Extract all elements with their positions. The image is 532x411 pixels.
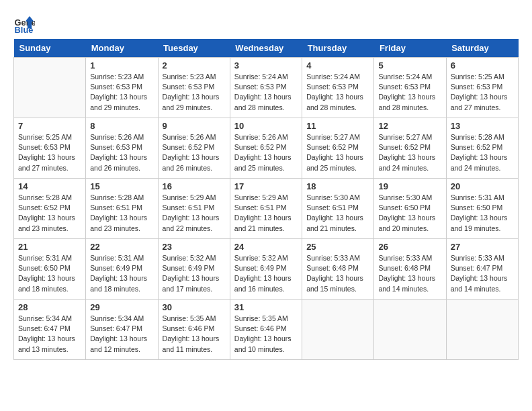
day-info: Sunrise: 5:34 AM Sunset: 6:47 PM Dayligh… xyxy=(18,314,81,355)
day-info: Sunrise: 5:29 AM Sunset: 6:51 PM Dayligh… xyxy=(163,193,226,234)
day-number: 22 xyxy=(90,242,153,252)
day-number: 5 xyxy=(378,60,441,71)
day-cell: 18Sunrise: 5:30 AM Sunset: 6:51 PM Dayli… xyxy=(302,179,374,239)
day-info: Sunrise: 5:31 AM Sunset: 6:50 PM Dayligh… xyxy=(18,253,81,294)
day-cell: 31Sunrise: 5:35 AM Sunset: 6:46 PM Dayli… xyxy=(230,300,302,360)
day-info: Sunrise: 5:29 AM Sunset: 6:51 PM Dayligh… xyxy=(234,193,298,234)
header-cell-saturday: Saturday xyxy=(446,39,518,58)
day-number: 15 xyxy=(90,181,153,191)
day-cell: 10Sunrise: 5:26 AM Sunset: 6:52 PM Dayli… xyxy=(230,118,302,179)
day-cell: 16Sunrise: 5:29 AM Sunset: 6:51 PM Dayli… xyxy=(158,179,230,239)
day-cell: 29Sunrise: 5:34 AM Sunset: 6:47 PM Dayli… xyxy=(86,300,158,360)
day-info: Sunrise: 5:26 AM Sunset: 6:53 PM Dayligh… xyxy=(90,132,153,173)
logo: General Blue xyxy=(13,13,38,35)
day-number: 8 xyxy=(90,121,153,131)
day-cell: 2Sunrise: 5:23 AM Sunset: 6:53 PM Daylig… xyxy=(158,58,230,118)
day-number: 13 xyxy=(451,121,514,131)
day-cell: 1Sunrise: 5:23 AM Sunset: 6:53 PM Daylig… xyxy=(86,58,158,118)
day-number: 17 xyxy=(234,181,298,191)
day-number: 10 xyxy=(234,121,298,131)
day-cell: 19Sunrise: 5:30 AM Sunset: 6:50 PM Dayli… xyxy=(374,179,446,239)
day-number: 29 xyxy=(90,302,153,312)
header-cell-sunday: Sunday xyxy=(14,39,86,58)
calendar-body: 1Sunrise: 5:23 AM Sunset: 6:53 PM Daylig… xyxy=(14,58,519,360)
day-number: 24 xyxy=(234,242,298,252)
day-number: 16 xyxy=(163,181,226,191)
header-cell-tuesday: Tuesday xyxy=(158,39,230,58)
calendar-table: SundayMondayTuesdayWednesdayThursdayFrid… xyxy=(13,39,519,360)
day-cell xyxy=(302,300,374,360)
day-cell: 6Sunrise: 5:25 AM Sunset: 6:53 PM Daylig… xyxy=(446,58,518,118)
header-row: SundayMondayTuesdayWednesdayThursdayFrid… xyxy=(14,39,519,58)
day-info: Sunrise: 5:33 AM Sunset: 6:48 PM Dayligh… xyxy=(306,253,369,294)
day-number: 20 xyxy=(451,181,514,191)
day-number: 2 xyxy=(163,60,226,71)
day-cell: 13Sunrise: 5:28 AM Sunset: 6:52 PM Dayli… xyxy=(446,118,518,179)
day-cell xyxy=(14,58,86,118)
page-header: General Blue xyxy=(13,13,519,35)
week-row-2: 7Sunrise: 5:25 AM Sunset: 6:53 PM Daylig… xyxy=(14,118,519,179)
day-cell: 26Sunrise: 5:33 AM Sunset: 6:48 PM Dayli… xyxy=(374,239,446,300)
day-cell: 20Sunrise: 5:31 AM Sunset: 6:50 PM Dayli… xyxy=(446,179,518,239)
day-number: 30 xyxy=(163,302,226,312)
day-number: 1 xyxy=(90,60,153,71)
day-cell: 24Sunrise: 5:32 AM Sunset: 6:49 PM Dayli… xyxy=(230,239,302,300)
day-number: 26 xyxy=(378,242,441,252)
day-info: Sunrise: 5:27 AM Sunset: 6:52 PM Dayligh… xyxy=(378,132,441,173)
day-info: Sunrise: 5:26 AM Sunset: 6:52 PM Dayligh… xyxy=(234,132,298,173)
day-cell: 14Sunrise: 5:28 AM Sunset: 6:52 PM Dayli… xyxy=(14,179,86,239)
day-info: Sunrise: 5:31 AM Sunset: 6:49 PM Dayligh… xyxy=(90,253,153,294)
day-number: 27 xyxy=(451,242,514,252)
day-number: 12 xyxy=(378,121,441,131)
day-cell xyxy=(374,300,446,360)
day-info: Sunrise: 5:25 AM Sunset: 6:53 PM Dayligh… xyxy=(451,72,514,113)
day-number: 6 xyxy=(451,60,514,71)
day-number: 4 xyxy=(306,60,369,71)
day-info: Sunrise: 5:35 AM Sunset: 6:46 PM Dayligh… xyxy=(163,314,226,355)
day-number: 28 xyxy=(18,302,81,312)
day-number: 11 xyxy=(306,121,369,131)
day-cell xyxy=(446,300,518,360)
day-cell: 8Sunrise: 5:26 AM Sunset: 6:53 PM Daylig… xyxy=(86,118,158,179)
day-info: Sunrise: 5:31 AM Sunset: 6:50 PM Dayligh… xyxy=(451,193,514,234)
day-cell: 4Sunrise: 5:24 AM Sunset: 6:53 PM Daylig… xyxy=(302,58,374,118)
day-info: Sunrise: 5:23 AM Sunset: 6:53 PM Dayligh… xyxy=(163,72,226,113)
day-info: Sunrise: 5:33 AM Sunset: 6:47 PM Dayligh… xyxy=(451,253,514,294)
day-info: Sunrise: 5:30 AM Sunset: 6:51 PM Dayligh… xyxy=(306,193,369,234)
day-number: 23 xyxy=(163,242,226,252)
day-info: Sunrise: 5:32 AM Sunset: 6:49 PM Dayligh… xyxy=(163,253,226,294)
day-cell: 23Sunrise: 5:32 AM Sunset: 6:49 PM Dayli… xyxy=(158,239,230,300)
day-number: 14 xyxy=(18,181,81,191)
calendar-header: SundayMondayTuesdayWednesdayThursdayFrid… xyxy=(14,39,519,58)
day-number: 7 xyxy=(18,121,81,131)
day-cell: 27Sunrise: 5:33 AM Sunset: 6:47 PM Dayli… xyxy=(446,239,518,300)
day-info: Sunrise: 5:32 AM Sunset: 6:49 PM Dayligh… xyxy=(234,253,298,294)
day-info: Sunrise: 5:24 AM Sunset: 6:53 PM Dayligh… xyxy=(234,72,298,113)
day-number: 19 xyxy=(378,181,441,191)
logo-icon: General Blue xyxy=(13,13,35,35)
day-number: 25 xyxy=(306,242,369,252)
day-number: 9 xyxy=(163,121,226,131)
day-cell: 22Sunrise: 5:31 AM Sunset: 6:49 PM Dayli… xyxy=(86,239,158,300)
day-cell: 21Sunrise: 5:31 AM Sunset: 6:50 PM Dayli… xyxy=(14,239,86,300)
day-info: Sunrise: 5:28 AM Sunset: 6:52 PM Dayligh… xyxy=(451,132,514,173)
day-info: Sunrise: 5:30 AM Sunset: 6:50 PM Dayligh… xyxy=(378,193,441,234)
week-row-5: 28Sunrise: 5:34 AM Sunset: 6:47 PM Dayli… xyxy=(14,300,519,360)
day-cell: 15Sunrise: 5:28 AM Sunset: 6:51 PM Dayli… xyxy=(86,179,158,239)
day-number: 31 xyxy=(234,302,298,312)
day-info: Sunrise: 5:24 AM Sunset: 6:53 PM Dayligh… xyxy=(306,72,369,113)
day-cell: 25Sunrise: 5:33 AM Sunset: 6:48 PM Dayli… xyxy=(302,239,374,300)
day-cell: 7Sunrise: 5:25 AM Sunset: 6:53 PM Daylig… xyxy=(14,118,86,179)
week-row-3: 14Sunrise: 5:28 AM Sunset: 6:52 PM Dayli… xyxy=(14,179,519,239)
day-info: Sunrise: 5:28 AM Sunset: 6:51 PM Dayligh… xyxy=(90,193,153,234)
day-info: Sunrise: 5:33 AM Sunset: 6:48 PM Dayligh… xyxy=(378,253,441,294)
day-info: Sunrise: 5:35 AM Sunset: 6:46 PM Dayligh… xyxy=(234,314,298,355)
day-info: Sunrise: 5:23 AM Sunset: 6:53 PM Dayligh… xyxy=(90,72,153,113)
header-cell-thursday: Thursday xyxy=(302,39,374,58)
header-cell-friday: Friday xyxy=(374,39,446,58)
day-cell: 11Sunrise: 5:27 AM Sunset: 6:52 PM Dayli… xyxy=(302,118,374,179)
day-cell: 3Sunrise: 5:24 AM Sunset: 6:53 PM Daylig… xyxy=(230,58,302,118)
week-row-4: 21Sunrise: 5:31 AM Sunset: 6:50 PM Dayli… xyxy=(14,239,519,300)
day-cell: 9Sunrise: 5:26 AM Sunset: 6:52 PM Daylig… xyxy=(158,118,230,179)
day-cell: 17Sunrise: 5:29 AM Sunset: 6:51 PM Dayli… xyxy=(230,179,302,239)
